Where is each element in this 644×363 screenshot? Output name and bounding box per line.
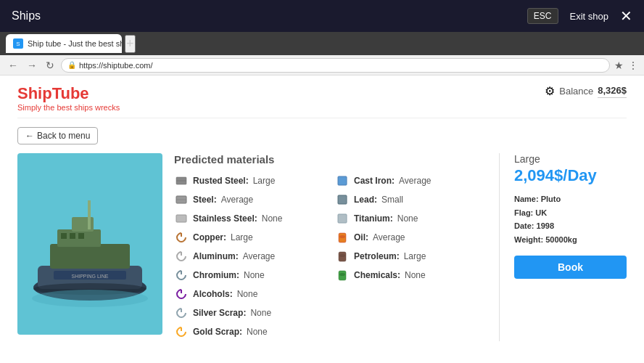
material-name: Aluminum:	[193, 251, 239, 261]
brand-title: ShipTube	[17, 84, 120, 103]
list-item: Steel: Average	[174, 190, 323, 209]
material-value: Large	[404, 251, 426, 261]
nav-refresh-button[interactable]: ↻	[44, 60, 57, 71]
material-name: Rusted Steel:	[193, 176, 249, 186]
steel-icon	[174, 192, 189, 207]
flag-label: Flag:	[514, 208, 533, 217]
balance-icon: ⚙	[545, 84, 555, 98]
list-item: Chromium: None	[174, 266, 323, 285]
list-item: Alcohols: None	[174, 285, 323, 303]
game-controls: ESC Exit shop ✕	[527, 8, 632, 24]
active-tab[interactable]: S Ship tube - Just the best ship... ✕	[6, 34, 122, 53]
list-item: Oil: Average	[335, 228, 484, 247]
close-button[interactable]: ✕	[620, 9, 632, 23]
material-value: Large	[253, 176, 276, 186]
gold-scrap-icon	[174, 325, 189, 339]
svg-rect-3	[50, 244, 130, 269]
date-value: 1998	[537, 221, 554, 230]
titanium-icon	[335, 211, 350, 226]
material-value: None	[405, 270, 426, 280]
list-item: Rusted Steel: Large	[174, 171, 323, 190]
list-item: Aluminum: Average	[174, 247, 323, 266]
lead-icon	[335, 192, 350, 207]
flag-value: UK	[535, 208, 547, 217]
svg-point-30	[339, 254, 345, 257]
game-bar: Ships ESC Exit shop ✕	[0, 0, 644, 32]
nav-back-button[interactable]: ←	[6, 60, 20, 71]
chemicals-icon	[335, 268, 350, 282]
balance-label: Balance	[559, 86, 593, 97]
weight-label: Weight:	[514, 235, 543, 244]
address-bar[interactable]: 🔒 https://shiptube.com/	[61, 58, 610, 73]
browser-menu-button[interactable]: ⋮	[628, 60, 638, 71]
svg-point-32	[339, 273, 345, 276]
back-arrow-icon: ←	[25, 131, 34, 141]
material-value: None	[397, 213, 418, 224]
url-text: https://shiptube.com/	[79, 61, 153, 70]
book-button[interactable]: Book	[514, 256, 627, 279]
tab-strip: S Ship tube - Just the best ship... ✕ +	[6, 34, 638, 53]
balance-value: 8,326$	[598, 85, 627, 98]
material-name: Gold Scrap:	[193, 327, 242, 337]
material-value: Average	[399, 176, 431, 186]
materials-grid: Rusted Steel: Large Steel: Average	[174, 171, 484, 341]
material-value: None	[237, 289, 258, 299]
material-value: Average	[373, 232, 405, 242]
materials-title: Predicted materials	[174, 153, 484, 166]
svg-rect-26	[338, 214, 347, 223]
address-bar-row: ← → ↻ 🔒 https://shiptube.com/ ★ ⋮	[0, 55, 644, 76]
exit-shop-button[interactable]: Exit shop	[564, 9, 614, 24]
material-name: Oil:	[354, 232, 368, 242]
svg-point-12	[32, 290, 148, 307]
svg-rect-24	[338, 176, 347, 185]
game-title: Ships	[12, 9, 41, 23]
ship-image-area: SHIPPING LINE	[17, 153, 162, 335]
material-name: Chromium:	[193, 270, 239, 280]
list-item: Lead: Small	[335, 190, 484, 209]
material-name: Alcohols:	[193, 289, 233, 299]
list-item: Cast Iron: Average	[335, 171, 484, 190]
svg-rect-9	[78, 233, 84, 239]
main-layout: SHIPPING LINE Predicted materials Rusted…	[17, 153, 627, 341]
material-name: Lead:	[354, 195, 377, 205]
material-name: Petroleum:	[354, 251, 400, 261]
silver-scrap-icon	[174, 306, 189, 320]
cast-iron-icon	[335, 174, 350, 188]
lock-icon: 🔒	[67, 61, 76, 69]
material-value: None	[244, 270, 265, 280]
browser-tab-bar: S Ship tube - Just the best ship... ✕ +	[0, 32, 644, 55]
name-value: Pluto	[541, 195, 561, 203]
petroleum-icon	[335, 249, 350, 264]
weight-value: 50000kg	[545, 235, 577, 244]
brand: ShipTube Simply the best ships wrecks	[17, 84, 120, 112]
esc-button[interactable]: ESC	[527, 8, 558, 24]
bookmark-button[interactable]: ★	[614, 60, 624, 71]
material-value: Small	[381, 195, 403, 205]
list-item: Titanium: None	[335, 209, 484, 228]
back-to-menu-button[interactable]: ← Back to menu	[17, 127, 98, 144]
oil-icon	[335, 230, 350, 245]
material-name: Copper:	[193, 232, 226, 242]
materials-left-col: Rusted Steel: Large Steel: Average	[174, 171, 323, 341]
right-panel: Large 2,094$/Day Name: Pluto Flag: UK Da…	[514, 153, 627, 341]
materials-right-col: Cast Iron: Average Lead: Small	[335, 171, 484, 341]
tab-favicon: S	[13, 38, 23, 49]
ship-size: Large	[514, 153, 627, 165]
material-value: None	[262, 213, 283, 224]
svg-text:SHIPPING LINE: SHIPPING LINE	[72, 274, 109, 279]
ship-details: Name: Pluto Flag: UK Date: 1998 Weight: …	[514, 192, 627, 247]
material-value: None	[247, 327, 268, 337]
list-item: Petroleum: Large	[335, 247, 484, 266]
stainless-steel-icon	[174, 211, 189, 226]
list-item: Silver Scrap: None	[174, 303, 323, 322]
material-name: Steel:	[193, 195, 217, 205]
alcohols-icon	[174, 287, 189, 301]
ship-price: 2,094$/Day	[514, 166, 627, 185]
material-value: Large	[231, 232, 253, 242]
new-tab-button[interactable]: +	[125, 35, 136, 53]
svg-rect-7	[61, 233, 67, 239]
list-item: Stainless Steel: None	[174, 209, 323, 228]
tab-label: Ship tube - Just the best ship...	[28, 39, 122, 48]
material-name: Stainless Steel:	[193, 213, 257, 224]
nav-forward-button[interactable]: →	[25, 60, 39, 71]
